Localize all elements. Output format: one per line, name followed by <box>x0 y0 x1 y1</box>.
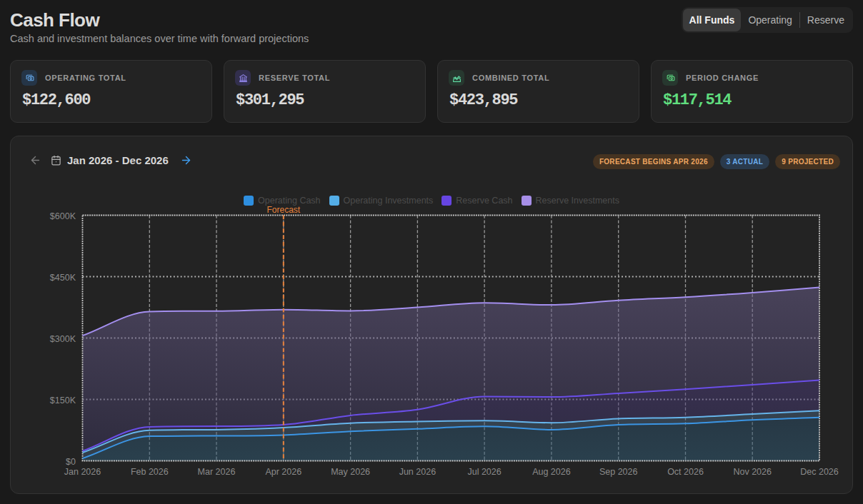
svg-text:Feb 2026: Feb 2026 <box>131 467 169 477</box>
svg-text:$0: $0 <box>66 457 76 467</box>
svg-text:Oct 2026: Oct 2026 <box>667 467 704 477</box>
svg-text:Dec 2026: Dec 2026 <box>800 467 839 477</box>
svg-text:Jun 2026: Jun 2026 <box>399 467 436 477</box>
svg-text:Apr 2026: Apr 2026 <box>265 467 301 477</box>
svg-text:Jan 2026: Jan 2026 <box>64 467 101 477</box>
svg-text:Nov 2026: Nov 2026 <box>733 467 772 477</box>
svg-text:Jul 2026: Jul 2026 <box>467 467 501 477</box>
svg-text:$150K: $150K <box>50 395 76 405</box>
svg-text:Mar 2026: Mar 2026 <box>198 467 236 477</box>
svg-text:$300K: $300K <box>50 334 76 344</box>
svg-text:Sep 2026: Sep 2026 <box>599 467 638 477</box>
svg-text:May 2026: May 2026 <box>331 467 370 477</box>
svg-text:$600K: $600K <box>50 211 76 221</box>
svg-text:Forecast: Forecast <box>266 205 300 215</box>
svg-text:$450K: $450K <box>50 273 76 283</box>
svg-text:Aug 2026: Aug 2026 <box>532 467 571 477</box>
